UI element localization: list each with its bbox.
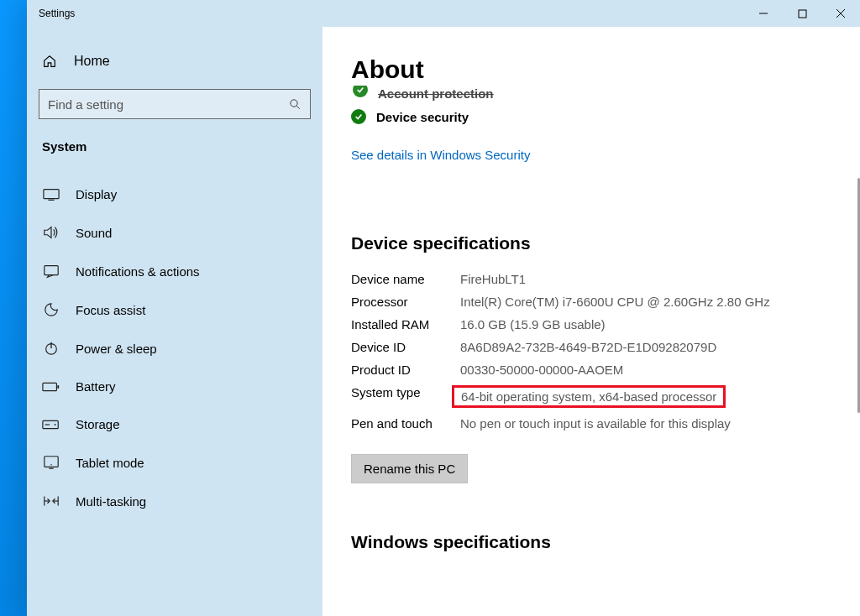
sidebar-item-label: Focus assist	[76, 303, 145, 317]
sidebar-item-notifications[interactable]: Notifications & actions	[39, 252, 311, 290]
spec-value: Intel(R) Core(TM) i7-6600U CPU @ 2.60GHz…	[460, 295, 831, 309]
spec-value-highlighted: 64-bit operating system, x64-based proce…	[452, 385, 726, 408]
sidebar-item-display[interactable]: Display	[39, 175, 311, 213]
content-pane: About Account protection Device security…	[322, 27, 860, 616]
sidebar-item-battery[interactable]: Battery	[39, 368, 311, 405]
svg-rect-1	[799, 10, 806, 18]
sidebar-item-label: Storage	[76, 417, 120, 431]
security-item-account-protection[interactable]: Account protection	[353, 86, 831, 101]
battery-icon	[42, 381, 60, 393]
page-title: About	[351, 55, 831, 84]
spec-key: Product ID	[351, 363, 460, 377]
rename-pc-button[interactable]: Rename this PC	[351, 454, 468, 483]
sidebar-item-label: Display	[76, 187, 117, 201]
sidebar-item-tablet[interactable]: Tablet mode	[39, 443, 311, 482]
security-item-device-security[interactable]: Device security	[351, 101, 831, 124]
spec-key: Pen and touch	[351, 416, 460, 431]
home-label: Home	[74, 54, 110, 69]
spec-key: System type	[351, 385, 460, 399]
focus-icon	[42, 302, 60, 317]
svg-line-5	[296, 106, 299, 108]
spec-value: 8A6D89A2-732B-4649-B72D-E1D09282079D	[460, 340, 831, 354]
power-icon	[42, 341, 60, 356]
spec-row-processor: Processor Intel(R) Core(TM) i7-6600U CPU…	[351, 295, 831, 309]
display-icon	[42, 188, 60, 201]
minimize-button[interactable]	[744, 0, 783, 27]
spec-key: Device name	[351, 272, 460, 286]
sidebar-item-label: Battery	[76, 379, 116, 394]
spec-row-pen-touch: Pen and touch No pen or touch input is a…	[351, 416, 831, 431]
device-spec-heading: Device specifications	[351, 233, 831, 253]
spec-row-device-name: Device name FireHubLT1	[351, 272, 831, 286]
sidebar-item-label: Sound	[76, 226, 112, 240]
spec-row-device-id: Device ID 8A6D89A2-732B-4649-B72D-E1D092…	[351, 340, 831, 354]
svg-rect-11	[43, 383, 56, 390]
sidebar-item-multitask[interactable]: Multi-tasking	[39, 482, 311, 520]
sidebar-item-label: Notifications & actions	[76, 264, 200, 279]
check-icon	[351, 109, 366, 124]
sidebar-item-sound[interactable]: Sound	[39, 213, 311, 252]
svg-point-17	[50, 464, 51, 465]
windows-spec-heading: Windows specifications	[351, 532, 831, 552]
search-icon	[289, 98, 302, 111]
svg-point-15	[55, 424, 56, 425]
search-input[interactable]	[48, 97, 289, 112]
device-spec-table: Device name FireHubLT1 Processor Intel(R…	[351, 272, 831, 431]
sidebar-item-label: Power & sleep	[76, 342, 157, 356]
maximize-button[interactable]	[783, 0, 821, 27]
spec-value: FireHubLT1	[460, 272, 831, 286]
sidebar-item-label: Multi-tasking	[76, 494, 146, 509]
notifications-icon	[42, 264, 60, 279]
titlebar: Settings	[27, 0, 860, 27]
settings-window: Settings Home	[27, 0, 860, 616]
svg-rect-8	[45, 266, 58, 275]
maximize-icon	[798, 9, 807, 18]
sidebar-item-storage[interactable]: Storage	[39, 405, 311, 443]
search-field[interactable]	[39, 89, 311, 119]
nav-list: Display Sound Notifications & actions Fo…	[39, 175, 311, 520]
check-icon	[353, 86, 368, 97]
spec-value: No pen or touch input is available for t…	[460, 416, 831, 431]
spec-row-ram: Installed RAM 16.0 GB (15.9 GB usable)	[351, 317, 831, 331]
home-nav[interactable]: Home	[39, 45, 311, 89]
section-label-system: System	[39, 139, 311, 175]
security-item-label: Account protection	[378, 86, 494, 101]
spec-value: 00330-50000-00000-AAOEM	[460, 363, 831, 377]
close-icon	[836, 8, 846, 18]
sidebar-item-power[interactable]: Power & sleep	[39, 329, 311, 368]
spec-key: Device ID	[351, 340, 460, 354]
spec-row-system-type: System type 64-bit operating system, x64…	[351, 385, 831, 408]
svg-point-4	[291, 99, 297, 106]
security-item-label: Device security	[376, 110, 469, 124]
multitask-icon	[42, 493, 60, 509]
spec-key: Installed RAM	[351, 317, 460, 331]
sidebar: Home System Display Sound	[27, 27, 322, 616]
sidebar-item-focus[interactable]: Focus assist	[39, 290, 311, 329]
svg-rect-16	[45, 457, 58, 467]
svg-rect-6	[44, 189, 59, 198]
home-icon	[42, 54, 59, 69]
window-controls	[744, 0, 860, 27]
spec-row-product-id: Product ID 00330-50000-00000-AAOEM	[351, 363, 831, 377]
spec-key: Processor	[351, 295, 460, 309]
close-button[interactable]	[821, 0, 860, 27]
svg-rect-12	[57, 385, 59, 389]
window-title: Settings	[27, 8, 75, 19]
windows-security-link[interactable]: See details in Windows Security	[351, 148, 530, 162]
spec-value: 16.0 GB (15.9 GB usable)	[460, 317, 831, 331]
sound-icon	[42, 225, 60, 240]
tablet-icon	[42, 455, 60, 470]
sidebar-item-label: Tablet mode	[76, 456, 144, 470]
storage-icon	[42, 419, 60, 431]
minimize-icon	[758, 8, 768, 18]
